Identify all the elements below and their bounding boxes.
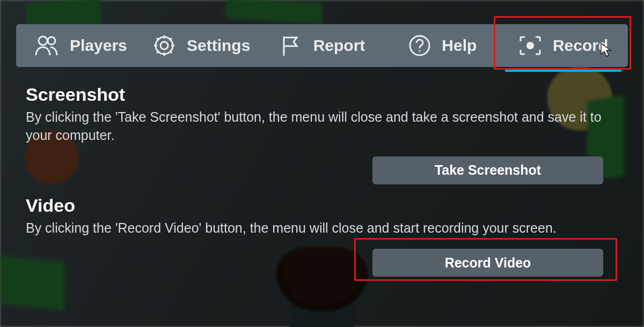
tab-record[interactable]: Record xyxy=(503,29,624,62)
take-screenshot-button[interactable]: Take Screenshot xyxy=(372,157,603,184)
active-tab-underline xyxy=(505,69,621,72)
section-screenshot: Screenshot By clicking the 'Take Screens… xyxy=(26,84,618,184)
section-video: Video By clicking the 'Record Video' but… xyxy=(26,195,618,277)
tab-label: Settings xyxy=(187,36,250,55)
tab-label: Record xyxy=(553,36,608,55)
svg-point-0 xyxy=(39,36,47,45)
section-title: Screenshot xyxy=(26,84,618,105)
tab-label: Help xyxy=(442,36,477,55)
players-icon xyxy=(34,34,59,57)
section-description: By clicking the 'Record Video' button, t… xyxy=(26,219,616,237)
svg-point-6 xyxy=(526,42,534,49)
gear-icon xyxy=(152,34,176,57)
svg-point-5 xyxy=(419,50,421,51)
record-icon xyxy=(518,35,542,56)
record-panel: Screenshot By clicking the 'Take Screens… xyxy=(26,78,618,327)
flag-icon xyxy=(279,34,303,57)
tab-label: Report xyxy=(313,36,365,55)
tab-report[interactable]: Report xyxy=(262,28,383,63)
menu-tabbar: Players Settings Report xyxy=(16,24,628,67)
tab-label: Players xyxy=(70,36,127,55)
help-icon xyxy=(408,34,431,57)
record-video-button[interactable]: Record Video xyxy=(372,249,603,277)
svg-point-3 xyxy=(156,37,173,54)
tab-help[interactable]: Help xyxy=(382,29,503,62)
section-description: By clicking the 'Take Screenshot' button… xyxy=(26,108,616,145)
section-title: Video xyxy=(26,195,618,216)
svg-point-2 xyxy=(160,42,168,49)
tab-settings[interactable]: Settings xyxy=(141,28,262,63)
tab-players[interactable]: Players xyxy=(20,28,141,63)
svg-point-1 xyxy=(48,37,55,44)
